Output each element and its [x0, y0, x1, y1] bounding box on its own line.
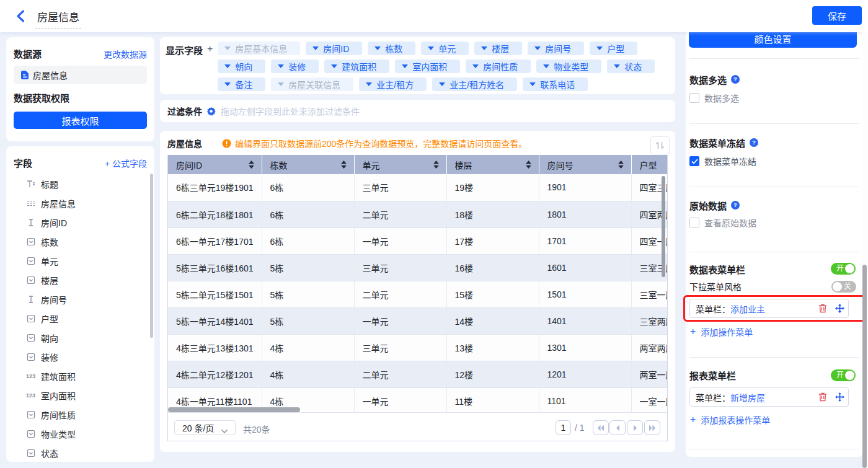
- svg-text:?: ?: [733, 201, 737, 208]
- svg-text:?: ?: [752, 139, 756, 146]
- svg-text:?: ?: [733, 76, 737, 82]
